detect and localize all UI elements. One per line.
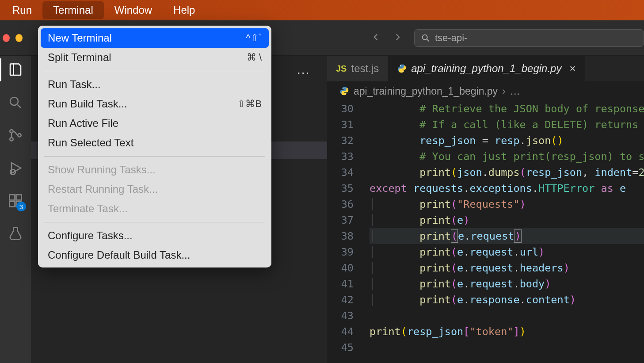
activity-extensions[interactable]: 3 — [7, 192, 24, 210]
menu-item-label: Run Build Task... — [48, 98, 127, 110]
js-icon: JS — [336, 64, 347, 74]
menu-item-terminate-task: Terminate Task... — [38, 199, 271, 218]
line-gutter: 30313233343536373839404142434445 — [327, 101, 370, 363]
menu-item-split-terminal[interactable]: Split Terminal⌘ \ — [38, 48, 271, 67]
menubar: RunTerminalWindowHelp — [0, 0, 644, 20]
menu-shortcut: ⌘ \ — [247, 52, 262, 63]
menu-item-label: Configure Tasks... — [48, 229, 133, 242]
menu-help[interactable]: Help — [163, 1, 206, 19]
traffic-lights — [0, 34, 35, 42]
menu-item-run-active-file[interactable]: Run Active File — [38, 114, 271, 133]
tab-label: test.js — [351, 62, 379, 75]
terminal-menu-dropdown: New Terminal^⇧`Split Terminal⌘ \Run Task… — [38, 26, 271, 267]
close-icon[interactable]: × — [569, 62, 575, 75]
badge: 3 — [16, 202, 26, 211]
menu-item-configure-tasks[interactable]: Configure Tasks... — [38, 226, 271, 245]
activity-bar: 3 — [0, 56, 31, 363]
menu-separator — [44, 71, 265, 71]
explorer-icon — [8, 62, 23, 78]
menu-item-label: Restart Running Task... — [48, 183, 158, 195]
menu-terminal[interactable]: Terminal — [42, 1, 104, 19]
activity-scm[interactable] — [7, 126, 24, 144]
code-lines: # Retrieve the JSON body of response # I… — [370, 101, 644, 355]
menu-shortcut: ^⇧` — [246, 32, 262, 44]
menu-window[interactable]: Window — [104, 1, 163, 19]
svg-point-2 — [10, 130, 13, 133]
svg-point-3 — [10, 138, 13, 141]
menu-item-label: Run Selected Text — [48, 137, 133, 149]
menu-item-label: New Terminal — [48, 32, 112, 44]
svg-point-11 — [403, 71, 404, 72]
menu-shortcut: ⇧⌘B — [237, 98, 262, 110]
menu-item-label: Split Terminal — [48, 51, 111, 64]
menu-item-run-build-task[interactable]: Run Build Task...⇧⌘B — [38, 94, 271, 114]
chevron-right-icon: › — [502, 85, 506, 97]
svg-rect-6 — [10, 195, 15, 200]
scm-icon — [8, 127, 23, 143]
editor-tabs: JStest.jsapi_training_python_1_begin.py× — [327, 56, 644, 81]
svg-point-1 — [10, 97, 18, 105]
search-text: tse-api- — [435, 32, 467, 44]
run-debug-icon — [8, 160, 23, 176]
menu-run[interactable]: Run — [2, 1, 42, 19]
testing-icon — [8, 225, 23, 241]
tab-label: api_training_python_1_begin.py — [411, 62, 561, 75]
activity-testing[interactable] — [7, 225, 24, 242]
nav-forward-button[interactable] — [392, 31, 404, 45]
svg-point-4 — [18, 134, 21, 137]
menu-item-new-terminal[interactable]: New Terminal^⇧` — [41, 28, 269, 48]
window-minimize-button[interactable] — [15, 34, 23, 42]
command-center-search[interactable]: tse-api- — [414, 29, 644, 47]
menu-item-restart-running-task: Restart Running Task... — [38, 180, 271, 199]
menu-item-run-task[interactable]: Run Task... — [38, 75, 271, 94]
menu-item-label: Show Running Tasks... — [48, 164, 156, 176]
nav-back-button[interactable] — [370, 31, 381, 45]
activity-run-debug[interactable] — [7, 159, 24, 177]
svg-point-10 — [400, 65, 401, 66]
svg-rect-9 — [16, 195, 22, 200]
menu-item-label: Run Task... — [48, 78, 101, 91]
tab-overflow-button[interactable]: ··· — [297, 65, 310, 80]
tab-test.js[interactable]: JStest.js — [327, 56, 388, 81]
window-close-button[interactable] — [3, 34, 10, 42]
nav-arrows — [370, 31, 404, 45]
svg-point-12 — [343, 88, 343, 89]
svg-point-13 — [345, 94, 346, 95]
python-icon — [339, 86, 349, 96]
menu-item-label: Run Active File — [48, 117, 118, 130]
svg-rect-7 — [10, 202, 15, 207]
menu-item-label: Terminate Task... — [48, 203, 128, 215]
breadcrumb-rest: … — [510, 85, 520, 97]
tab-api_training_python_1_begin.py[interactable]: api_training_python_1_begin.py× — [388, 56, 585, 81]
breadcrumb-file: api_training_python_1_begin.py — [354, 85, 498, 97]
svg-point-0 — [423, 34, 427, 39]
breadcrumb[interactable]: api_training_python_1_begin.py › … — [327, 81, 644, 101]
menu-item-show-running-tasks: Show Running Tasks... — [38, 160, 271, 180]
menu-separator — [44, 222, 265, 222]
menu-separator — [44, 156, 265, 157]
editor-area: JStest.jsapi_training_python_1_begin.py×… — [327, 56, 644, 363]
menu-item-configure-default-build-task[interactable]: Configure Default Build Task... — [38, 245, 271, 265]
menu-item-run-selected-text[interactable]: Run Selected Text — [38, 133, 271, 153]
search-icon — [421, 33, 431, 43]
activity-explorer[interactable] — [7, 61, 24, 79]
python-icon — [397, 64, 407, 73]
menu-item-label: Configure Default Build Task... — [48, 249, 190, 261]
activity-search[interactable] — [7, 94, 24, 111]
code-editor[interactable]: 30313233343536373839404142434445 # Retri… — [327, 101, 644, 363]
search-icon — [8, 95, 23, 111]
